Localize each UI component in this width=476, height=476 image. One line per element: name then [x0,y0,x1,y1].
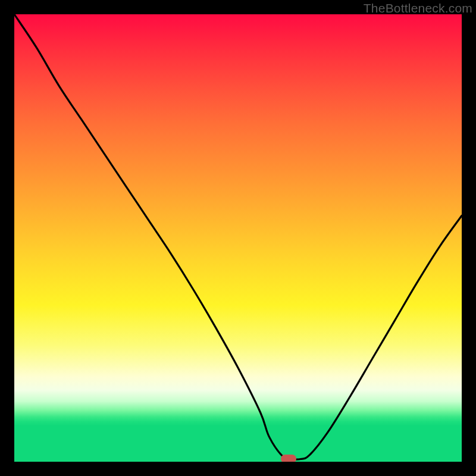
watermark-text: TheBottleneck.com [364,1,472,15]
plot-area [14,14,462,462]
chart-frame: TheBottleneck.com [0,0,476,476]
bottleneck-curve [14,14,462,462]
curve-path [14,14,462,459]
optimal-marker [281,455,296,462]
